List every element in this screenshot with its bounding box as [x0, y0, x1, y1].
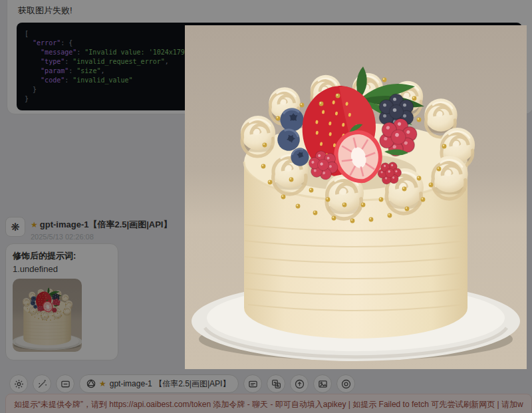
- lightbox-image[interactable]: [185, 25, 527, 369]
